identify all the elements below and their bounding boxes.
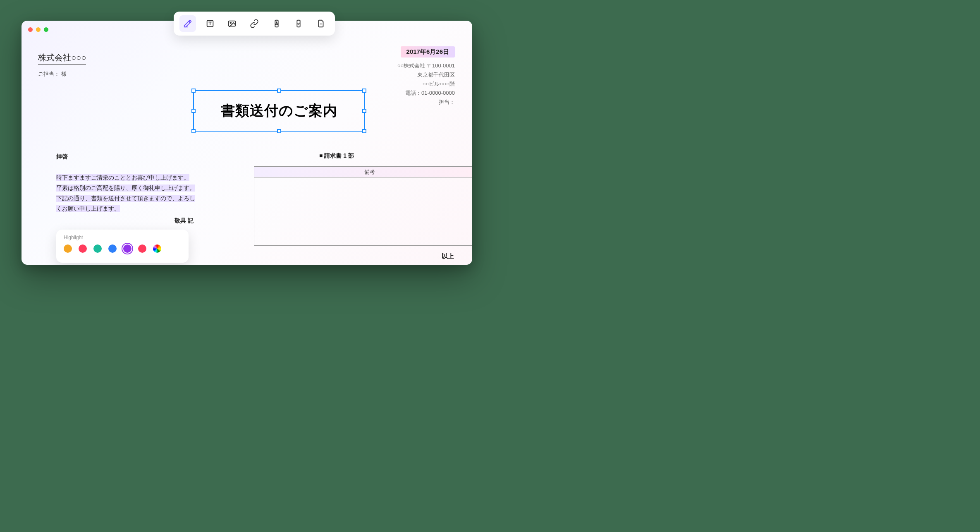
recipient-contact: ご担当： 様 bbox=[38, 70, 456, 78]
window-controls bbox=[28, 27, 48, 32]
pen-tool-button[interactable] bbox=[179, 15, 196, 32]
close-window-button[interactable] bbox=[28, 27, 33, 32]
page-icon bbox=[316, 19, 325, 28]
swatch-custom[interactable] bbox=[153, 244, 161, 253]
text-tool-button[interactable] bbox=[202, 15, 218, 32]
remarks-header: 備考 bbox=[254, 167, 472, 177]
resize-handle-mr[interactable] bbox=[362, 109, 366, 113]
body-paragraph: 時下ますますご清栄のこととお喜び申し上げます。 平素は格別のご高配を賜り、厚く御… bbox=[56, 173, 197, 214]
highlight-panel-title: Highlight bbox=[64, 235, 181, 240]
svg-point-3 bbox=[230, 22, 232, 24]
resize-handle-br[interactable] bbox=[362, 129, 366, 133]
invoice-label: ■ 請求書 1 部 bbox=[319, 152, 354, 160]
color-swatches bbox=[64, 244, 181, 253]
app-window: 株式会社○○○ ご担当： 様 2017年6月26日 ○○株式会社 〒100-00… bbox=[22, 21, 472, 265]
sender-address2: ○○ビル○○○階 bbox=[397, 79, 455, 89]
end-label: 以上 bbox=[442, 252, 454, 260]
document-title: 書類送付のご案内 bbox=[221, 101, 337, 120]
body-line-3: 下記の通り、書類を送付させて頂きますので、よろし bbox=[56, 195, 195, 202]
swatch-orange[interactable] bbox=[64, 244, 72, 253]
closing-text: 敬具 記 bbox=[174, 217, 194, 225]
link-tool-button[interactable] bbox=[246, 15, 263, 32]
swatch-purple[interactable] bbox=[123, 244, 131, 253]
maximize-window-button[interactable] bbox=[44, 27, 48, 32]
sender-info: ○○株式会社 〒100-0001 東京都千代田区 ○○ビル○○○階 電話：01-… bbox=[397, 61, 455, 107]
sender-person: 担当： bbox=[397, 98, 455, 107]
selected-text-box[interactable]: 書類送付のご案内 bbox=[193, 90, 365, 132]
swatch-pink[interactable] bbox=[138, 244, 146, 253]
body-line-2: 平素は格別のご高配を賜り、厚く御礼申し上げます。 bbox=[56, 185, 195, 192]
sender-company: ○○株式会社 〒100-0001 bbox=[397, 61, 455, 70]
image-icon bbox=[227, 19, 237, 28]
minimize-window-button[interactable] bbox=[36, 27, 41, 32]
highlight-color-panel: Highlight bbox=[56, 230, 189, 263]
resize-handle-tr[interactable] bbox=[362, 89, 366, 93]
body-line-1: 時下ますますご清栄のこととお喜び申し上げます。 bbox=[56, 174, 189, 181]
swatch-teal[interactable] bbox=[93, 244, 102, 253]
link-icon bbox=[250, 19, 259, 28]
greeting-text: 拝啓 bbox=[56, 153, 68, 161]
remarks-table: 備考 bbox=[254, 166, 472, 246]
pen-icon bbox=[183, 19, 192, 28]
page-tool-button[interactable] bbox=[313, 15, 329, 32]
sender-address1: 東京都千代田区 bbox=[397, 70, 455, 79]
font-icon bbox=[272, 19, 281, 28]
resize-handle-tl[interactable] bbox=[191, 89, 196, 93]
sender-phone: 電話：01-0000-0000 bbox=[397, 89, 455, 98]
resize-handle-bl[interactable] bbox=[191, 129, 196, 133]
resize-handle-tm[interactable] bbox=[277, 89, 281, 93]
resize-handle-ml[interactable] bbox=[191, 109, 196, 113]
document-date: 2017年6月26日 bbox=[401, 46, 455, 58]
text-icon bbox=[206, 19, 215, 28]
swatch-blue[interactable] bbox=[108, 244, 117, 253]
image-tool-button[interactable] bbox=[224, 15, 240, 32]
swatch-red[interactable] bbox=[79, 244, 87, 253]
editor-toolbar bbox=[174, 12, 335, 36]
shape-icon bbox=[294, 19, 303, 28]
shape-tool-button[interactable] bbox=[291, 15, 307, 32]
recipient-company: 株式会社○○○ bbox=[38, 52, 86, 65]
font-tool-button[interactable] bbox=[268, 15, 285, 32]
body-line-4: くお願い申し上げます。 bbox=[56, 205, 120, 212]
resize-handle-bm[interactable] bbox=[277, 129, 281, 133]
